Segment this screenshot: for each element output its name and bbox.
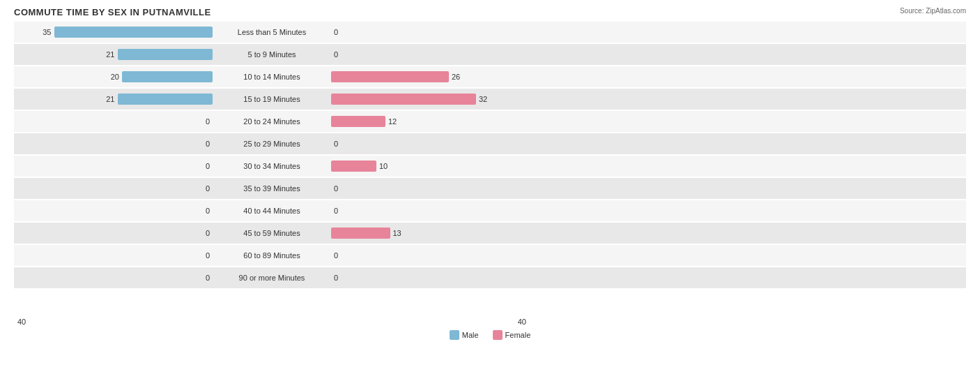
male-value: 0 [206, 274, 210, 282]
female-section: 0 [328, 272, 530, 283]
bar-row: 090 or more Minutes0 [14, 267, 966, 288]
bar-row: 030 to 34 Minutes10 [14, 156, 966, 177]
bar-label: 35 to 39 Minutes [216, 184, 328, 193]
male-section: 35 [14, 27, 216, 38]
male-value: 21 [106, 50, 114, 59]
female-value: 26 [452, 73, 460, 81]
axis-left-label: 40 [14, 318, 216, 326]
male-section: 21 [14, 49, 216, 60]
male-value: 0 [206, 229, 210, 237]
female-value: 0 [334, 274, 338, 282]
female-bar [331, 116, 385, 127]
bar-row: 020 to 24 Minutes12 [14, 111, 966, 132]
male-value: 20 [111, 73, 119, 81]
female-value: 12 [388, 117, 397, 126]
bar-label: 40 to 44 Minutes [216, 207, 328, 215]
female-section: 13 [328, 228, 530, 239]
legend-male: Male [450, 330, 479, 340]
female-section: 10 [328, 161, 530, 172]
bar-row: 215 to 9 Minutes0 [14, 44, 966, 65]
male-section: 0 [14, 183, 216, 194]
bar-row: 040 to 44 Minutes0 [14, 200, 966, 221]
female-value: 0 [334, 140, 338, 148]
female-section: 0 [328, 27, 530, 38]
bar-label: 45 to 59 Minutes [216, 229, 328, 237]
bar-label: 15 to 19 Minutes [216, 95, 328, 103]
male-section: 0 [14, 228, 216, 239]
female-bar [331, 94, 476, 105]
female-value: 0 [334, 50, 338, 59]
bar-row: 025 to 29 Minutes0 [14, 133, 966, 154]
female-value: 0 [334, 251, 338, 260]
female-section: 12 [328, 116, 530, 127]
male-section: 0 [14, 205, 216, 216]
female-section: 0 [328, 205, 530, 216]
bar-label: 30 to 34 Minutes [216, 162, 328, 170]
female-value: 32 [479, 95, 487, 103]
bar-label: 10 to 14 Minutes [216, 73, 328, 81]
male-legend-box [450, 330, 459, 340]
bar-row: 2010 to 14 Minutes26 [14, 66, 966, 87]
male-value: 0 [206, 162, 210, 170]
female-section: 0 [328, 138, 530, 149]
male-section: 21 [14, 94, 216, 105]
male-value: 21 [106, 95, 114, 103]
female-section: 0 [328, 49, 530, 60]
axis-row: 40 40 [14, 318, 966, 326]
bar-row: 035 to 39 Minutes0 [14, 178, 966, 199]
male-value: 0 [206, 251, 210, 260]
bar-label: Less than 5 Minutes [216, 28, 328, 36]
male-bar [54, 27, 213, 38]
male-section: 0 [14, 272, 216, 283]
male-value: 0 [206, 184, 210, 193]
female-value: 0 [334, 28, 338, 36]
female-section: 32 [328, 94, 530, 105]
bar-label: 20 to 24 Minutes [216, 117, 328, 126]
male-value: 0 [206, 140, 210, 148]
female-value: 13 [393, 229, 401, 237]
male-bar [122, 71, 213, 82]
female-legend-label: Female [505, 331, 531, 339]
chart-container: COMMUTE TIME BY SEX IN PUTNAMVILLE Sourc… [0, 0, 980, 365]
source-text: Source: ZipAtlas.com [900, 7, 966, 15]
female-value: 0 [334, 184, 338, 193]
male-section: 20 [14, 71, 216, 82]
female-section: 0 [328, 250, 530, 261]
male-section: 0 [14, 161, 216, 172]
female-value: 0 [334, 207, 338, 215]
male-bar [118, 49, 213, 60]
bar-label: 25 to 29 Minutes [216, 140, 328, 148]
bar-label: 5 to 9 Minutes [216, 50, 328, 59]
female-legend-box [493, 330, 503, 340]
male-section: 0 [14, 138, 216, 149]
bar-row: 2115 to 19 Minutes32 [14, 89, 966, 110]
female-bar [331, 161, 376, 172]
chart-title: COMMUTE TIME BY SEX IN PUTNAMVILLE [14, 7, 966, 17]
female-section: 0 [328, 183, 530, 194]
male-bar [118, 94, 213, 105]
male-value: 35 [43, 28, 51, 36]
bar-row: 045 to 59 Minutes13 [14, 223, 966, 244]
bar-label: 60 to 89 Minutes [216, 251, 328, 260]
male-section: 0 [14, 250, 216, 261]
legend-female: Female [493, 330, 531, 340]
female-bar [331, 71, 449, 82]
bar-row: 060 to 89 Minutes0 [14, 245, 966, 266]
female-section: 26 [328, 71, 530, 82]
legend: Male Female [14, 330, 966, 340]
male-section: 0 [14, 116, 216, 127]
bar-row: 35Less than 5 Minutes0 [14, 22, 966, 43]
male-value: 0 [206, 117, 210, 126]
axis-right-label: 40 [328, 318, 530, 326]
chart-area: 35Less than 5 Minutes0215 to 9 Minutes02… [14, 22, 966, 315]
female-value: 10 [379, 162, 388, 170]
female-bar [331, 228, 390, 239]
male-legend-label: Male [462, 331, 479, 339]
bar-label: 90 or more Minutes [216, 274, 328, 282]
male-value: 0 [206, 207, 210, 215]
